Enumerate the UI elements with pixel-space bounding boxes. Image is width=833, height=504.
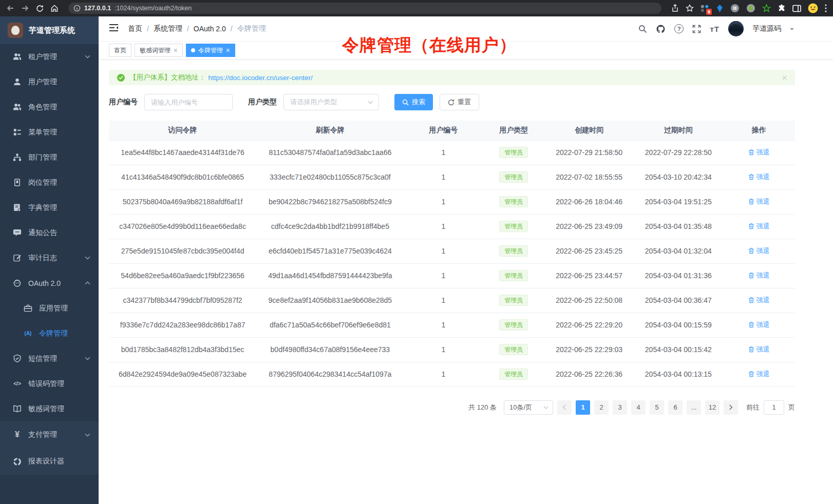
bookmark-star-icon[interactable] <box>686 4 694 12</box>
user-type-badge: 管理员 <box>499 270 528 281</box>
page-button-current[interactable]: 1 <box>576 400 590 415</box>
breadcrumb-item[interactable]: 首页 <box>128 24 142 33</box>
reload-icon[interactable] <box>36 5 44 12</box>
page-button[interactable]: 3 <box>613 400 627 415</box>
extension-icon-green-star[interactable] <box>762 4 771 13</box>
user-type-select[interactable]: 请选择用户类型 <box>283 94 379 110</box>
sidebar-item-sensitive-word[interactable]: 敏感词管理 <box>0 396 99 421</box>
force-logout-button[interactable]: 强退 <box>748 370 770 379</box>
sidebar-item-dept[interactable]: 部门管理 <box>0 145 99 170</box>
sidebar-item-oauth-token[interactable]: (A) 令牌管理 <box>0 321 99 346</box>
page-button[interactable]: 5 <box>650 400 664 415</box>
sidebar-item-oauth-app[interactable]: 应用管理 <box>0 296 99 321</box>
force-logout-button[interactable]: 强退 <box>748 172 770 182</box>
success-check-icon <box>117 74 125 82</box>
font-size-icon[interactable]: тT <box>710 25 720 33</box>
breadcrumb-item[interactable]: OAuth 2.0 <box>194 25 226 33</box>
doc-alert: 【用户体系】文档地址： https://doc.iocoder.cn/user-… <box>109 70 795 85</box>
access-token-cell: 502375b8040a469a9b82188afdf6af1f <box>109 189 256 214</box>
share-icon[interactable] <box>671 4 679 12</box>
search-button[interactable]: 搜索 <box>394 94 433 110</box>
force-logout-button[interactable]: 强退 <box>748 148 770 157</box>
page-button[interactable]: ... <box>687 400 701 415</box>
sidebar-item-pay[interactable]: ¥ 支付管理 <box>0 421 99 448</box>
profile-avatar[interactable] <box>808 3 818 13</box>
trash-icon <box>748 297 754 303</box>
sidebar-item-dict[interactable]: 字典管理 <box>0 195 99 220</box>
caret-down-icon[interactable] <box>790 28 794 32</box>
page-button[interactable]: 2 <box>594 400 609 415</box>
user-id-input[interactable] <box>144 94 233 110</box>
breadcrumb-item[interactable]: 系统管理 <box>154 24 182 33</box>
refresh-icon <box>448 99 455 106</box>
sidebar-item-report-designer[interactable]: 报表设计器 <box>0 448 99 475</box>
next-page-button[interactable] <box>724 400 738 415</box>
force-logout-button[interactable]: 强退 <box>748 197 770 206</box>
force-logout-button[interactable]: 强退 <box>748 296 770 305</box>
sidebar-item-sms[interactable]: 短信管理 <box>0 346 99 371</box>
url-bar[interactable]: 127.0.0.1:1024/system/oauth2/token <box>68 3 661 14</box>
user-avatar[interactable] <box>728 21 744 36</box>
collapse-sidebar-icon[interactable] <box>109 24 119 34</box>
users-icon <box>13 52 22 61</box>
sidebar-item-role[interactable]: 角色管理 <box>0 94 99 120</box>
total-count: 共 120 条 <box>468 403 497 412</box>
trash-icon <box>748 149 754 156</box>
shield-icon <box>13 354 22 363</box>
access-token-cell: 54d6be82ee5a460a9aedc1f9bf223656 <box>109 263 256 288</box>
goto-page-input[interactable] <box>764 400 784 415</box>
expire-time-cell: 2022-07-29 22:28:50 <box>634 140 723 165</box>
app-shell: 芋道管理系统 租户管理 用户管理 角色管理 菜单管理 部门管理 <box>0 16 833 504</box>
forward-icon[interactable] <box>21 4 29 12</box>
force-logout-button[interactable]: 强退 <box>748 222 770 231</box>
column-header: 创建时间 <box>544 121 634 140</box>
fullscreen-icon[interactable] <box>692 25 701 33</box>
page-button[interactable]: 12 <box>705 400 720 415</box>
extension-icon-session[interactable] <box>730 4 740 13</box>
page-size-select[interactable]: 10条/页 <box>504 400 553 415</box>
close-icon[interactable] <box>174 48 178 52</box>
reset-button[interactable]: 重置 <box>440 94 479 110</box>
expire-time-cell: 2054-03-04 01:35:48 <box>634 214 723 239</box>
force-logout-button[interactable]: 强退 <box>748 320 770 329</box>
sidebar-item-post[interactable]: 岗位管理 <box>0 170 99 195</box>
sidebar-item-audit[interactable]: 审计日志 <box>0 245 99 270</box>
app-logo[interactable]: 芋道管理系统 <box>0 16 99 44</box>
page-button[interactable]: 4 <box>631 400 646 415</box>
sidebar-item-oauth[interactable]: OAuth 2.0 <box>0 270 99 296</box>
back-icon[interactable] <box>6 4 14 12</box>
help-icon[interactable]: ? <box>674 24 684 33</box>
home-icon[interactable] <box>50 4 59 12</box>
extension-icon-blocks[interactable]: 9 <box>701 4 709 13</box>
doc-link[interactable]: https://doc.iocoder.cn/user-center/ <box>209 74 313 82</box>
browser-menu-icon[interactable] <box>825 4 827 12</box>
force-logout-button[interactable]: 强退 <box>748 246 770 256</box>
force-logout-button[interactable]: 强退 <box>748 345 770 354</box>
sidebar-item-menu[interactable]: 菜单管理 <box>0 120 99 145</box>
username[interactable]: 芋道源码 <box>752 24 781 33</box>
sidebar-item-tenant[interactable]: 租户管理 <box>0 44 99 69</box>
alert-close-icon[interactable] <box>782 75 787 80</box>
close-icon[interactable] <box>226 48 230 52</box>
table-row: b0d1785bc3a8482f812db4a3f3bd15ec b0df498… <box>109 337 795 362</box>
tab-home[interactable]: 首页 <box>109 44 131 57</box>
sidebar-item-notice[interactable]: 通知公告 <box>0 220 99 245</box>
search-icon[interactable] <box>638 25 647 33</box>
extension-icon-recorder[interactable] <box>746 4 755 13</box>
sidebar-item-user[interactable]: 用户管理 <box>0 69 99 94</box>
refresh-token-cell: b0df4980ffd34c67a08f9156e4eee733 <box>256 337 404 362</box>
extensions-puzzle-icon[interactable] <box>778 4 786 12</box>
tab-sensitive-word[interactable]: 敏感词管理 <box>135 44 183 57</box>
side-panel-icon[interactable] <box>792 5 801 12</box>
site-info-icon[interactable] <box>73 5 81 12</box>
tab-token-management[interactable]: 令牌管理 <box>186 44 235 57</box>
tree-icon <box>13 128 22 137</box>
org-icon <box>13 153 22 162</box>
page-button[interactable]: 6 <box>668 400 683 415</box>
tab-label: 敏感词管理 <box>140 46 171 55</box>
prev-page-button[interactable] <box>557 400 572 415</box>
force-logout-button[interactable]: 强退 <box>748 271 770 280</box>
sidebar-item-errorcode[interactable]: </> 错误码管理 <box>0 371 99 396</box>
extension-icon-diamond[interactable] <box>716 5 724 12</box>
github-icon[interactable] <box>656 24 666 34</box>
